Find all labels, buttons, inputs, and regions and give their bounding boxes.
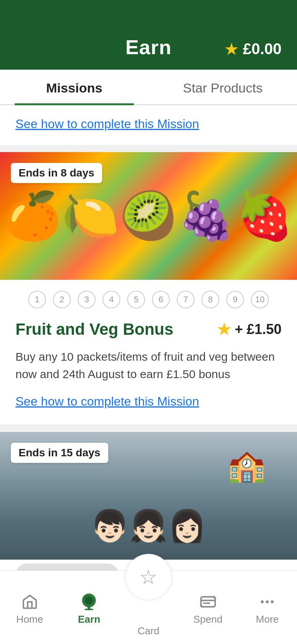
progress-dots-fruit: 1 2 3 4 5 6 7 8 9 10	[0, 280, 297, 316]
star-icon: ★	[224, 39, 239, 59]
bottom-navigation: Home Earn ☆ Card	[0, 570, 297, 644]
svg-point-8	[261, 600, 264, 603]
dot-4: 4	[102, 291, 120, 308]
mission-card-fruit: 🍊🍋🥝🍇🍓 Ends in 8 days 1 2 3 4 5 6 7 8 9 1…	[0, 152, 297, 424]
spend-icon	[200, 593, 217, 610]
nav-item-earn[interactable]: Earn	[60, 571, 119, 644]
dot-6: 6	[152, 291, 170, 308]
svg-point-9	[266, 600, 269, 603]
card-star-icon: ☆	[139, 565, 157, 589]
mission-title-fruit: Fruit and Veg Bonus	[15, 320, 173, 339]
balance-value: £0.00	[243, 40, 282, 58]
svg-point-10	[271, 600, 273, 603]
dot-1: 1	[28, 291, 46, 308]
svg-marker-7	[200, 605, 202, 608]
dot-2: 2	[53, 291, 71, 308]
nav-label-card: Card	[138, 625, 159, 637]
more-icon	[259, 593, 276, 610]
dot-9: 9	[226, 291, 244, 308]
mission-description-fruit: Buy any 10 packets/items of fruit and ve…	[15, 348, 282, 383]
ends-days-school: 15 days	[61, 447, 101, 459]
dot-3: 3	[78, 291, 96, 308]
see-how-link-fruit[interactable]: See how to complete this Mission	[15, 394, 199, 408]
mission-image-school: Ends in 15 days	[0, 432, 297, 560]
dot-7: 7	[177, 291, 195, 308]
reward-star-icon: ★	[217, 320, 231, 338]
nav-item-spend[interactable]: Spend	[178, 571, 238, 644]
mission-reward-fruit: ★ + £1.50	[217, 320, 282, 338]
ends-badge-school: Ends in 15 days	[11, 443, 108, 463]
header: Earn ★ £0.00	[0, 0, 297, 70]
top-see-how-card: See how to complete this Mission	[0, 105, 297, 145]
svg-rect-3	[85, 609, 93, 610]
svg-marker-6	[213, 596, 216, 598]
ends-badge-fruit: Ends in 8 days	[11, 163, 102, 183]
dot-10: 10	[251, 291, 269, 308]
nav-label-spend: Spend	[193, 613, 222, 625]
nav-label-earn: Earn	[78, 613, 100, 625]
balance-display: ★ £0.00	[224, 39, 282, 59]
dot-5: 5	[127, 291, 145, 308]
mission-content-fruit: Fruit and Veg Bonus ★ + £1.50 Buy any 10…	[0, 316, 297, 424]
card-circle: ☆	[125, 554, 172, 600]
earn-icon	[79, 593, 99, 610]
tab-star-products[interactable]: Star Products	[148, 70, 297, 104]
reward-amount-fruit: + £1.50	[235, 321, 282, 337]
nav-item-more[interactable]: More	[237, 571, 297, 644]
nav-item-card[interactable]: ☆ Card	[119, 571, 178, 644]
mission-header-fruit: Fruit and Veg Bonus ★ + £1.50	[15, 320, 282, 339]
nav-item-home[interactable]: Home	[0, 571, 60, 644]
top-see-how-link[interactable]: See how to complete this Mission	[15, 117, 199, 131]
home-icon	[21, 593, 38, 610]
nav-label-more: More	[256, 613, 279, 625]
tab-bar: Missions Star Products	[0, 70, 297, 105]
mission-image-fruit: 🍊🍋🥝🍇🍓 Ends in 8 days	[0, 152, 297, 280]
nav-label-home: Home	[16, 613, 43, 625]
svg-rect-4	[201, 597, 215, 607]
tab-missions[interactable]: Missions	[0, 70, 148, 104]
dot-8: 8	[201, 291, 219, 308]
page-title: Earn	[125, 36, 172, 59]
svg-point-1	[85, 596, 93, 605]
ends-days-fruit: 8 days	[61, 167, 94, 179]
